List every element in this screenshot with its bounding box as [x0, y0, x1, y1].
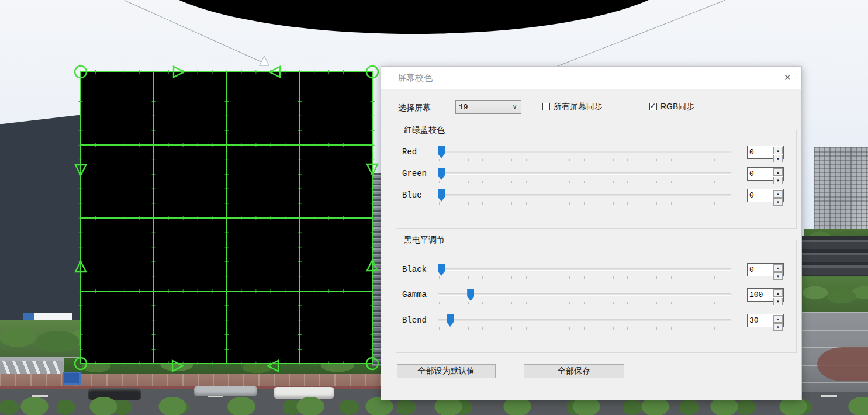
group-black-level-title: 黑电平调节	[401, 235, 448, 245]
checkbox-label-all-screens-sync: 所有屏幕同步	[554, 102, 603, 112]
slider-rail[interactable]	[438, 194, 731, 196]
slider-thumb-blue[interactable]	[438, 189, 445, 202]
spinbox-red[interactable]: 0 ▲▼	[747, 146, 784, 159]
spin-down-button[interactable]: ▼	[773, 323, 783, 331]
spinbox-black[interactable]: 0 ▲▼	[747, 263, 784, 276]
arrow-up-icon: ▲	[776, 171, 780, 174]
arrow-up-icon: ▲	[776, 317, 780, 321]
slider-ticks	[439, 159, 729, 161]
spin-up-button[interactable]: ▲	[773, 264, 783, 272]
screen-select-label: 选择屏幕	[398, 103, 431, 113]
slider-label-gamma: Gamma	[402, 290, 427, 299]
arrow-up-icon: ▲	[776, 267, 780, 270]
arrow-down-icon: ▼	[776, 326, 780, 329]
chevron-down-icon: ∨	[512, 102, 517, 110]
spin-up-button[interactable]: ▲	[773, 168, 783, 176]
spinbox-blue[interactable]: 0 ▲▼	[747, 189, 784, 202]
dialog-title: 屏幕校色	[397, 72, 433, 84]
spin-down-button[interactable]: ▼	[773, 298, 783, 305]
screen-select-dropdown[interactable]: 19 ∨	[455, 100, 521, 114]
spin-value-black[interactable]: 0	[749, 265, 754, 274]
slider-ticks	[439, 181, 729, 183]
arrow-down-icon: ▼	[776, 157, 780, 161]
spin-down-button[interactable]: ▼	[773, 272, 783, 280]
set-all-default-button[interactable]: 全部设为默认值	[397, 364, 496, 378]
slider-track-red[interactable]	[438, 146, 731, 159]
spin-value-blue[interactable]: 0	[749, 191, 754, 200]
slider-track-black[interactable]	[438, 264, 731, 276]
guide-line-marker	[260, 56, 269, 65]
slider-track-green[interactable]	[438, 168, 731, 181]
slider-label-black: Black	[402, 265, 427, 274]
slider-label-blend: Blend	[402, 316, 427, 325]
slider-rail[interactable]	[438, 151, 731, 153]
slider-ticks	[439, 276, 729, 279]
group-rgb-title: 红绿蓝校色	[401, 125, 448, 136]
spinbox-blend[interactable]: 30 ▲▼	[747, 314, 784, 327]
screen-select-value: 19	[459, 103, 468, 112]
slider-track-blue[interactable]	[438, 189, 731, 202]
spinbox-gamma[interactable]: 100 ▲▼	[747, 288, 784, 302]
checkbox-label-rgb-sync: RGB同步	[660, 102, 694, 112]
arrow-up-icon: ▲	[776, 149, 780, 153]
spin-up-button[interactable]: ▲	[773, 289, 783, 297]
arrow-down-icon: ▼	[776, 179, 780, 182]
dialog-titlebar[interactable]: 屏幕校色 ×	[381, 67, 801, 89]
slider-rail[interactable]	[438, 268, 731, 271]
slider-ticks	[439, 302, 729, 304]
slider-label-red: Red	[402, 147, 417, 157]
spin-down-button[interactable]: ▼	[773, 177, 783, 184]
close-icon[interactable]: ×	[779, 69, 796, 85]
spin-down-button[interactable]: ▼	[773, 198, 783, 206]
slider-thumb-green[interactable]	[438, 168, 445, 180]
slider-rail[interactable]	[438, 319, 731, 321]
screen-calibration-dialog: 屏幕校色 × 选择屏幕 19 ∨ ✓ 所有屏幕同步 ✓ RGB同步 红绿蓝校色 …	[381, 66, 802, 400]
slider-ticks	[439, 327, 729, 330]
slider-track-gamma[interactable]	[438, 289, 731, 302]
spin-up-button[interactable]: ▲	[773, 147, 783, 154]
arrow-up-icon: ▲	[776, 192, 780, 196]
slider-ticks	[439, 202, 729, 205]
spin-up-button[interactable]: ▲	[773, 190, 783, 198]
spin-value-blend[interactable]: 30	[749, 316, 759, 325]
slider-rail[interactable]	[438, 293, 731, 296]
check-icon: ✓	[650, 102, 656, 110]
slider-thumb-red[interactable]	[438, 146, 445, 158]
checkbox-box[interactable]: ✓	[649, 103, 657, 110]
spinbox-green[interactable]: 0 ▲▼	[747, 167, 784, 181]
spin-up-button[interactable]: ▲	[773, 315, 783, 323]
slider-thumb-gamma[interactable]	[467, 289, 474, 301]
slider-track-blend[interactable]	[438, 314, 731, 327]
arrow-down-icon: ▼	[776, 200, 780, 204]
slider-rail[interactable]	[438, 172, 731, 175]
spin-value-red[interactable]: 0	[749, 148, 754, 157]
save-all-button[interactable]: 全部保存	[524, 364, 624, 378]
arrow-down-icon: ▼	[776, 275, 780, 278]
slider-thumb-blend[interactable]	[447, 314, 454, 327]
slider-thumb-black[interactable]	[438, 264, 445, 276]
arrow-up-icon: ▲	[776, 292, 780, 295]
slider-label-green: Green	[402, 169, 427, 178]
slider-label-blue: Blue	[402, 191, 422, 200]
spin-value-gamma[interactable]: 100	[749, 290, 763, 299]
arrow-down-icon: ▼	[776, 300, 780, 303]
spin-down-button[interactable]: ▼	[773, 155, 783, 162]
checkbox-box[interactable]: ✓	[542, 103, 550, 110]
spin-value-green[interactable]: 0	[749, 170, 754, 178]
